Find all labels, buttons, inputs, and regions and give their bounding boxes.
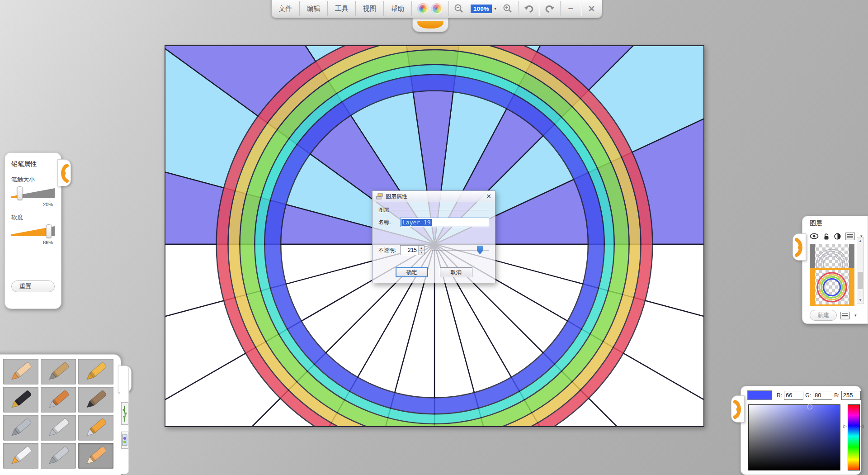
g-input[interactable]: 80 bbox=[813, 391, 832, 400]
brush-size-slider-handle[interactable] bbox=[17, 186, 23, 200]
sv-selector-dot[interactable] bbox=[807, 404, 812, 409]
tool-fountain-pen[interactable] bbox=[3, 387, 38, 413]
r-label: R: bbox=[777, 392, 782, 399]
tool-palette-knife[interactable] bbox=[41, 415, 76, 441]
spin-down-icon[interactable]: ▼ bbox=[419, 251, 424, 255]
dialog-body: 图层 名称: Layer 19 不透明: 215 ▲ ▼ 确定 bbox=[373, 202, 495, 277]
chevron-down-icon[interactable]: ▾ bbox=[494, 6, 496, 11]
redo-button[interactable] bbox=[539, 0, 560, 18]
opacity-label: 不透明: bbox=[378, 247, 400, 254]
tool-marker-tube[interactable] bbox=[3, 443, 38, 469]
layers-footer: 新建 ▾ bbox=[810, 310, 868, 321]
zoom-level-control[interactable]: 100% ▾ bbox=[469, 0, 498, 18]
brush-size-value: 20% bbox=[11, 202, 53, 207]
tools-palette bbox=[0, 354, 121, 475]
visibility-eye-icon[interactable] bbox=[810, 233, 819, 239]
plant-icon bbox=[122, 404, 127, 423]
hue-marker-left-icon[interactable]: ▷ bbox=[843, 424, 847, 428]
softness-slider-handle[interactable] bbox=[46, 224, 52, 238]
sticker-tab[interactable] bbox=[121, 432, 128, 449]
zoom-in-button[interactable] bbox=[498, 0, 518, 18]
reset-button[interactable]: 重置 bbox=[11, 280, 55, 292]
opacity-slider-handle[interactable] bbox=[477, 246, 483, 254]
layers-footer-menu-button[interactable] bbox=[840, 312, 850, 319]
ink-brush-icon bbox=[81, 390, 110, 410]
tool-ink-brush[interactable] bbox=[78, 387, 113, 413]
saturation-value-square[interactable] bbox=[748, 404, 840, 470]
brush-size-slider[interactable] bbox=[11, 188, 55, 198]
main-toolbar: 文件 编辑 工具 视图 帮助 100% ▾ bbox=[271, 0, 602, 18]
layers-scrollbar[interactable]: ▲ ▼ bbox=[857, 237, 864, 304]
tool-sharp-pencil[interactable] bbox=[3, 359, 38, 385]
rainbow-rings-preview bbox=[810, 270, 854, 304]
color-picker-panel: R: 66 G: 80 B: 255 ▷ ◁ bbox=[741, 386, 861, 475]
opacity-spinbox[interactable]: 215 ▲ ▼ bbox=[400, 245, 425, 255]
lock-open-icon[interactable] bbox=[823, 233, 830, 240]
blend-contrast-icon[interactable] bbox=[834, 233, 841, 240]
menu-view[interactable]: 视图 bbox=[356, 0, 383, 18]
marker-tube-icon bbox=[6, 446, 35, 466]
tool-dart-pen[interactable] bbox=[41, 443, 76, 469]
tool-grid bbox=[3, 359, 113, 469]
clown-right-eye-icon bbox=[431, 3, 443, 14]
spin-up-icon[interactable]: ▲ bbox=[419, 246, 424, 251]
layers-grab-handle[interactable] bbox=[793, 233, 806, 261]
brush-size-label: 笔触大小 bbox=[11, 176, 55, 184]
tool-wood-pencil[interactable] bbox=[41, 359, 76, 385]
cancel-button[interactable]: 取消 bbox=[440, 267, 472, 277]
chevron-down-icon[interactable]: ▾ bbox=[854, 313, 857, 318]
softness-value: 86% bbox=[11, 240, 53, 245]
undo-icon bbox=[523, 3, 535, 14]
layer-menu-button[interactable] bbox=[845, 233, 855, 240]
scrollbar-thumb[interactable] bbox=[858, 272, 863, 289]
scroll-down-icon[interactable]: ▼ bbox=[859, 298, 862, 302]
menu-file[interactable]: 文件 bbox=[272, 0, 299, 18]
opacity-slider[interactable] bbox=[432, 245, 489, 255]
layer-name-input[interactable]: Layer 19 bbox=[400, 218, 489, 227]
sharp-pencil-icon bbox=[6, 362, 35, 382]
magnifier-minus-icon bbox=[454, 4, 464, 14]
app-logo bbox=[412, 0, 448, 18]
menu-tools[interactable]: 工具 bbox=[328, 0, 355, 18]
paint-roller-icon bbox=[81, 418, 110, 438]
softness-slider[interactable] bbox=[11, 226, 55, 236]
zoom-out-button[interactable] bbox=[449, 0, 469, 18]
layer-thumbnail-rainbow-selected[interactable] bbox=[810, 268, 854, 306]
panel-title: 铅笔属性 bbox=[11, 160, 55, 168]
layer-name-value: Layer 19 bbox=[401, 219, 432, 226]
layer-margin bbox=[849, 270, 854, 304]
plant-brush-tab[interactable] bbox=[121, 402, 128, 425]
tool-flat-brush[interactable] bbox=[41, 387, 76, 413]
undo-button[interactable] bbox=[519, 0, 539, 18]
softness-label: 软度 bbox=[11, 214, 55, 222]
scroll-up-icon[interactable]: ▲ bbox=[859, 239, 862, 243]
panel-grab-handle[interactable] bbox=[57, 159, 71, 186]
dialog-close-button[interactable]: ✕ bbox=[486, 193, 491, 200]
crayon-icon bbox=[81, 362, 110, 382]
clown-handle-icon bbox=[58, 163, 70, 184]
minimize-button[interactable]: − bbox=[561, 0, 581, 18]
close-button[interactable]: ✕ bbox=[581, 0, 602, 18]
layer-name-row: 名称: Layer 19 bbox=[378, 218, 489, 227]
hue-strip[interactable] bbox=[848, 404, 860, 470]
magnifier-plus-icon bbox=[503, 4, 513, 14]
tool-eraser[interactable] bbox=[78, 443, 113, 469]
tool-airbrush[interactable] bbox=[3, 415, 38, 441]
tool-crayon[interactable] bbox=[78, 359, 113, 385]
b-input[interactable]: 255 bbox=[841, 391, 861, 400]
color-grab-handle[interactable] bbox=[731, 395, 745, 423]
dart-pen-icon bbox=[44, 446, 73, 466]
layer-thumbnail-sketch[interactable] bbox=[810, 244, 854, 268]
menu-edit[interactable]: 编辑 bbox=[300, 0, 327, 18]
tool-paint-roller[interactable] bbox=[78, 415, 113, 441]
menu-help[interactable]: 帮助 bbox=[384, 0, 411, 18]
rgb-row: R: 66 G: 80 B: 255 bbox=[747, 390, 861, 400]
dialog-titlebar[interactable]: 图层属性 ✕ bbox=[373, 191, 495, 202]
r-input[interactable]: 66 bbox=[784, 391, 803, 400]
layer-properties-dialog: 图层属性 ✕ 图层 名称: Layer 19 不透明: 215 ▲ ▼ bbox=[372, 190, 495, 283]
ok-button[interactable]: 确定 bbox=[396, 267, 428, 277]
new-layer-button[interactable]: 新建 bbox=[810, 310, 837, 321]
clown-smile-icon bbox=[417, 21, 443, 28]
eraser-icon bbox=[81, 446, 110, 466]
hue-marker-right-icon[interactable]: ◁ bbox=[860, 424, 864, 428]
